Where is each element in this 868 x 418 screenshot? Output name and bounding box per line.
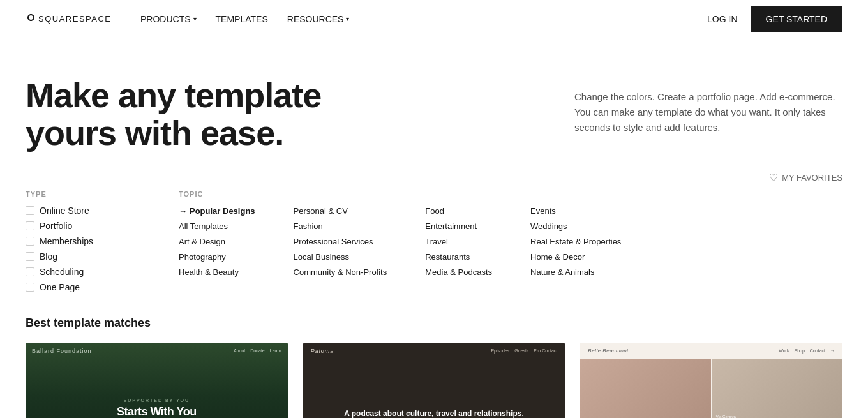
hero-layout: Make any template yours with ease. Chang… — [26, 77, 842, 153]
topic-link-nature-animals[interactable]: Nature & Animals — [530, 267, 621, 278]
filter-item-memberships[interactable]: Memberships — [26, 236, 128, 246]
portfolio-checkbox[interactable] — [26, 221, 34, 230]
log-in-button[interactable]: LOG IN — [707, 14, 737, 24]
best-matches-section: Best template matches Ballard Foundation… — [0, 317, 868, 418]
topic-link-events[interactable]: Events — [530, 205, 621, 216]
tmpl2-header: Paloma Episodes Guests Pro Contact — [303, 343, 565, 359]
topic-link-art-design[interactable]: Art & Design — [179, 236, 255, 247]
nav-links: PRODUCTS ▾ TEMPLATES RESOURCES ▾ — [140, 14, 349, 24]
filter-item-one-page[interactable]: One Page — [26, 282, 128, 292]
type-filter: TYPE Online Store Portfolio Memberships … — [26, 190, 128, 297]
filter-item-online-store[interactable]: Online Store — [26, 205, 128, 216]
blog-checkbox[interactable] — [26, 252, 34, 261]
nav-left: SQUARESPACE PRODUCTS ▾ TEMPLATES RESOURC… — [26, 10, 349, 28]
best-matches-title: Best template matches — [26, 317, 842, 330]
tmpl1-tagline: Starts With You — [117, 405, 197, 418]
topic-link-real-estate[interactable]: Real Estate & Properties — [530, 236, 621, 247]
main-nav: SQUARESPACE PRODUCTS ▾ TEMPLATES RESOURC… — [0, 0, 868, 38]
tmpl3-nav: Work Shop Contact → — [779, 348, 835, 353]
template-card-ballard[interactable]: Ballard Foundation About Donate Learn Su… — [26, 343, 288, 418]
topic-link-professional-services[interactable]: Professional Services — [294, 236, 387, 247]
topic-col-1: Popular Designs All Templates Art & Desi… — [179, 205, 255, 278]
topic-link-media-podcasts[interactable]: Media & Podcasts — [425, 267, 492, 278]
scheduling-checkbox[interactable] — [26, 267, 34, 276]
filter-item-portfolio[interactable]: Portfolio — [26, 221, 128, 231]
template-grid: Ballard Foundation About Donate Learn Su… — [26, 343, 842, 418]
tmpl3-overlay: Via Genova — [716, 415, 736, 418]
topic-col-4: Events Weddings Real Estate & Properties… — [530, 205, 621, 278]
topic-link-travel[interactable]: Travel — [425, 236, 492, 247]
resources-nav-link[interactable]: RESOURCES ▾ — [287, 14, 350, 24]
filter-section: TYPE Online Store Portfolio Memberships … — [0, 190, 868, 297]
topic-filter-heading: TOPIC — [179, 190, 842, 198]
template-preview-ballard: Ballard Foundation About Donate Learn Su… — [26, 343, 288, 418]
topic-col-3: Food Entertainment Travel Restaurants Me… — [425, 205, 492, 278]
products-chevron-icon: ▾ — [193, 15, 197, 22]
topic-link-health-beauty[interactable]: Health & Beauty — [179, 267, 255, 278]
tmpl3-logo: Belle Beaumont — [588, 348, 628, 354]
products-nav-link[interactable]: PRODUCTS ▾ — [140, 14, 197, 24]
hero-heading: Make any template yours with ease. — [26, 77, 345, 153]
hero-description: Change the colors. Create a portfolio pa… — [574, 77, 842, 153]
get-started-button[interactable]: GET STARTED — [751, 6, 842, 32]
topic-link-photography[interactable]: Photography — [179, 251, 255, 262]
one-page-checkbox[interactable] — [26, 283, 34, 292]
topic-link-local-business[interactable]: Local Business — [294, 251, 387, 262]
online-store-checkbox[interactable] — [26, 206, 34, 215]
tmpl3-cell-2: Via Genova — [712, 359, 842, 418]
svg-text:SQUARESPACE: SQUARESPACE — [38, 14, 112, 24]
topic-link-restaurants[interactable]: Restaurants — [425, 251, 492, 262]
nav-right: LOG IN GET STARTED — [707, 6, 842, 32]
topic-link-popular-designs[interactable]: Popular Designs — [179, 205, 255, 216]
topic-link-fashion[interactable]: Fashion — [294, 221, 387, 232]
filter-item-blog[interactable]: Blog — [26, 251, 128, 262]
tmpl1-nav: About Donate Learn — [234, 348, 281, 353]
topic-col-2: Personal & CV Fashion Professional Servi… — [294, 205, 387, 278]
topic-link-food[interactable]: Food — [425, 205, 492, 216]
tmpl3-cell-1 — [580, 359, 710, 418]
resources-chevron-icon: ▾ — [346, 15, 349, 22]
tmpl3-image-grid: Via Genova — [580, 359, 842, 418]
memberships-checkbox[interactable] — [26, 237, 34, 246]
type-filter-heading: TYPE — [26, 190, 128, 198]
tmpl1-center: Supported By You Starts With You — [26, 359, 288, 418]
topic-link-all-templates[interactable]: All Templates — [179, 221, 255, 232]
tmpl3-header: Belle Beaumont Work Shop Contact → — [580, 343, 842, 359]
topic-columns: Popular Designs All Templates Art & Desi… — [179, 205, 842, 278]
hero-section: Make any template yours with ease. Chang… — [0, 38, 868, 172]
template-preview-paloma: Paloma Episodes Guests Pro Contact A pod… — [303, 343, 565, 418]
filter-item-scheduling[interactable]: Scheduling — [26, 267, 128, 277]
tmpl2-nav: Episodes Guests Pro Contact — [491, 348, 557, 353]
heart-icon: ♡ — [769, 172, 778, 184]
template-preview-belle: Belle Beaumont Work Shop Contact → Via G… — [580, 343, 842, 418]
topic-link-community[interactable]: Community & Non-Profits — [294, 267, 387, 278]
tmpl1-logo: Ballard Foundation — [32, 348, 92, 354]
topic-filter: TOPIC Popular Designs All Templates Art … — [179, 190, 842, 297]
topic-link-weddings[interactable]: Weddings — [530, 221, 621, 232]
tmpl1-header: Ballard Foundation About Donate Learn — [26, 343, 288, 359]
tmpl1-pretitle: Supported By You — [124, 398, 190, 403]
hero-left: Make any template yours with ease. — [26, 77, 536, 153]
template-card-paloma[interactable]: Paloma Episodes Guests Pro Contact A pod… — [303, 343, 565, 418]
squarespace-logo[interactable]: SQUARESPACE — [26, 10, 115, 28]
topic-link-home-decor[interactable]: Home & Decor — [530, 251, 621, 262]
topic-link-entertainment[interactable]: Entertainment — [425, 221, 492, 232]
my-favorites-link[interactable]: ♡ MY FAVORITES — [0, 172, 868, 184]
tmpl2-logo: Paloma — [311, 348, 334, 354]
tmpl2-tagline: A podcast about culture, travel and rela… — [344, 408, 524, 418]
templates-nav-link[interactable]: TEMPLATES — [216, 14, 268, 24]
template-card-belle[interactable]: Belle Beaumont Work Shop Contact → Via G… — [580, 343, 842, 418]
topic-link-personal-cv[interactable]: Personal & CV — [294, 205, 387, 216]
tmpl2-center: A podcast about culture, travel and rela… — [303, 359, 565, 418]
